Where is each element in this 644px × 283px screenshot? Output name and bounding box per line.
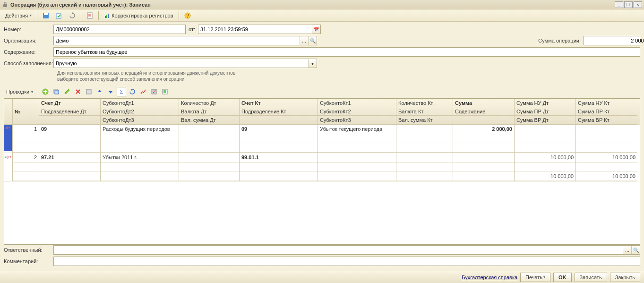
svg-rect-3 <box>56 14 61 18</box>
lookup-icon[interactable]: 🔍 <box>308 36 317 45</box>
row-marker-icon: Кт <box>4 125 12 151</box>
comment-input[interactable] <box>53 257 640 266</box>
date-input[interactable]: 📅 <box>198 25 321 34</box>
svg-rect-15 <box>55 90 59 94</box>
entries-tab[interactable]: Проводки <box>4 87 35 96</box>
svg-text:?: ? <box>186 13 189 18</box>
sum-label: Сумма операции: <box>538 38 581 43</box>
ellipsis-icon[interactable]: ... <box>623 246 631 254</box>
responsible-label: Ответственный: <box>4 247 53 253</box>
chart-icon[interactable] <box>138 87 148 96</box>
number-input[interactable] <box>53 25 186 34</box>
save-icon[interactable] <box>40 11 52 20</box>
hint-line1: Для использования типовых операций или с… <box>57 70 640 76</box>
from-label: от: <box>189 26 195 32</box>
svg-rect-16 <box>86 89 91 94</box>
close-button[interactable]: × <box>634 1 642 8</box>
ellipsis-icon[interactable]: ... <box>300 36 308 45</box>
lookup-icon[interactable]: 🔍 <box>631 246 640 254</box>
main-toolbar: Действия Корректировка регистров ? <box>0 9 644 22</box>
grid-icon[interactable] <box>84 87 94 96</box>
grid-body[interactable]: Кт 1 09 Расходы будущих периодов 09 Убыт… <box>4 125 640 181</box>
org-label: Организация: <box>4 38 53 43</box>
check-icon[interactable] <box>149 87 159 96</box>
hint-line2: выберите соответствующий способ заполнен… <box>57 76 640 82</box>
sigma-icon[interactable]: Σ <box>117 87 126 96</box>
org-input[interactable]: ... 🔍 <box>53 36 317 45</box>
grid-header: № Счет Дт Подразделение Дт СубконтоДт1 С… <box>4 99 640 125</box>
minimize-button[interactable]: _ <box>615 1 623 8</box>
delete-icon[interactable] <box>73 87 83 96</box>
content-input[interactable] <box>53 47 640 57</box>
refresh-icon[interactable] <box>67 11 78 20</box>
table-row[interactable]: ДКт 2 97.21 Убытки 2011 г. 99.01.1 10 00… <box>4 153 640 181</box>
reference-link[interactable]: Бухгалтерская справка <box>462 274 517 280</box>
window-controls: _ ❐ × <box>615 1 642 8</box>
method-label: Способ заполнения: <box>4 60 53 66</box>
report-icon[interactable] <box>84 11 95 20</box>
svg-rect-10 <box>108 14 109 18</box>
content-label: Содержание: <box>4 49 53 55</box>
dropdown-icon[interactable]: ▾ <box>308 59 317 68</box>
calendar-icon[interactable]: 📅 <box>312 25 320 34</box>
up-icon[interactable] <box>95 87 104 96</box>
svg-rect-4 <box>87 13 92 18</box>
entries-grid[interactable]: № Счет Дт Подразделение Дт СубконтоДт1 С… <box>4 98 640 245</box>
ok-button[interactable]: OK <box>553 273 572 282</box>
table-row[interactable]: Кт 1 09 Расходы будущих периодов 09 Убыт… <box>4 125 640 153</box>
titlebar: Операция (бухгалтерский и налоговый учет… <box>0 0 644 9</box>
add-icon[interactable] <box>41 87 50 96</box>
reload-icon[interactable] <box>128 87 137 96</box>
sum-input[interactable]: ▦ <box>584 36 640 45</box>
actions-menu[interactable]: Действия <box>3 11 34 20</box>
maximize-button[interactable]: ❐ <box>624 1 633 8</box>
post-icon[interactable] <box>53 11 65 20</box>
responsible-input[interactable]: ... 🔍 <box>53 245 640 255</box>
lock-icon <box>2 1 9 8</box>
svg-text:Σ: Σ <box>120 89 123 94</box>
print-button[interactable]: Печать <box>520 273 550 282</box>
save-button[interactable]: Записать <box>575 273 607 282</box>
footer-form: Ответственный: ... 🔍 Комментарий: <box>0 242 644 271</box>
grid-toolbar: Проводки Σ <box>0 85 644 98</box>
number-label: Номер: <box>4 26 53 32</box>
svg-rect-9 <box>106 15 107 18</box>
export-icon[interactable] <box>160 87 170 96</box>
correction-button[interactable]: Корректировка регистров <box>102 11 175 20</box>
window-title: Операция (бухгалтерский и налоговый учет… <box>10 2 615 8</box>
comment-label: Комментарий: <box>4 258 53 264</box>
copy-icon[interactable] <box>52 87 61 96</box>
edit-icon[interactable] <box>62 87 72 96</box>
close-button[interactable]: Закрыть <box>610 273 640 282</box>
help-icon[interactable]: ? <box>182 11 193 20</box>
svg-rect-0 <box>3 4 7 7</box>
method-select[interactable]: ▾ <box>53 59 317 68</box>
row-marker-icon: ДКт <box>4 153 12 161</box>
down-icon[interactable] <box>106 87 115 96</box>
form-area: Номер: от: 📅 Организация: ... 🔍 Сумма оп… <box>0 22 644 85</box>
svg-rect-2 <box>44 13 48 15</box>
footer-bar: Бухгалтерская справка Печать OK Записать… <box>0 271 644 283</box>
svg-rect-8 <box>105 16 106 18</box>
svg-rect-20 <box>163 90 166 93</box>
